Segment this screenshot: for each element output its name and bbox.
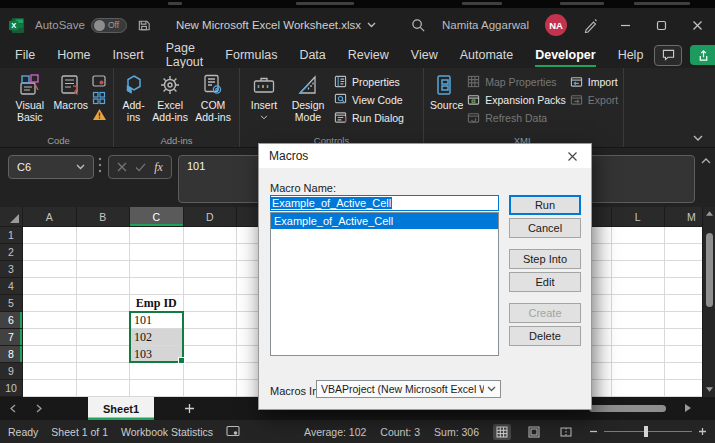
cell-C6[interactable]: 101 (130, 312, 184, 329)
scroll-down-icon[interactable] (706, 387, 713, 392)
step-into-button[interactable]: Step Into (509, 249, 581, 269)
cell-B9[interactable] (77, 363, 131, 380)
user-name[interactable]: Namita Aggarwal (442, 19, 529, 31)
row-header-7[interactable]: 7 (0, 329, 23, 346)
comments-button[interactable] (654, 45, 682, 66)
cell-A2[interactable] (23, 244, 77, 261)
cell-D4[interactable] (184, 278, 238, 295)
run-dialog-button[interactable]: Run Dialog (334, 110, 404, 125)
previous-sheet-icon[interactable] (0, 404, 26, 413)
cell-B2[interactable] (77, 244, 131, 261)
tab-automate[interactable]: Automate (449, 42, 525, 68)
edit-button[interactable]: Edit (509, 272, 581, 292)
macro-recording-icon[interactable] (226, 425, 240, 438)
row-header-8[interactable]: 8 (0, 346, 23, 363)
cell-L2[interactable] (612, 244, 666, 261)
cell-L7[interactable] (612, 329, 666, 346)
macro-security-warning-icon[interactable] (92, 108, 107, 121)
view-code-button[interactable]: View Code (334, 92, 404, 107)
insert-control-button[interactable]: Insert (246, 71, 282, 120)
minimize-button[interactable] (615, 15, 635, 35)
save-icon[interactable] (137, 18, 152, 33)
macro-list-item[interactable]: Example_of_Active_Cell (271, 213, 498, 229)
tab-home[interactable]: Home (46, 42, 101, 68)
ink-pen-icon[interactable] (583, 17, 599, 33)
column-header-D[interactable]: D (184, 207, 238, 227)
cell-B4[interactable] (77, 278, 131, 295)
row-header-4[interactable]: 4 (0, 278, 23, 295)
source-button[interactable]: Source (430, 71, 463, 112)
row-header-6[interactable]: 6 (0, 312, 23, 329)
collapse-ribbon-icon[interactable] (693, 135, 703, 141)
select-all-corner[interactable] (0, 207, 23, 227)
column-header-A[interactable]: A (23, 207, 77, 227)
import-button[interactable]: Import (570, 74, 618, 89)
macro-list[interactable]: Example_of_Active_Cell (270, 212, 499, 356)
tab-view[interactable]: View (400, 42, 449, 68)
name-box[interactable]: C6 (8, 155, 94, 179)
tab-formulas[interactable]: Formulas (214, 42, 288, 68)
new-sheet-button[interactable] (180, 403, 198, 414)
cell-C10[interactable] (130, 380, 184, 397)
macros-button[interactable]: Macros (54, 71, 88, 112)
row-header-3[interactable]: 3 (0, 261, 23, 278)
next-sheet-icon[interactable] (26, 404, 52, 413)
macros-in-dropdown[interactable]: VBAProject (New Microsoft Excel Workshee (316, 380, 501, 398)
close-button[interactable] (687, 15, 707, 35)
cell-D7[interactable] (184, 329, 238, 346)
cell-L4[interactable] (612, 278, 666, 295)
row-header-10[interactable]: 10 (0, 380, 23, 397)
cell-A1[interactable] (23, 227, 77, 244)
zoom-out-icon[interactable] (589, 427, 598, 436)
cell-B1[interactable] (77, 227, 131, 244)
cell-L5[interactable] (612, 295, 666, 312)
properties-button[interactable]: Properties (334, 74, 404, 89)
cell-L6[interactable] (612, 312, 666, 329)
cancel-icon[interactable] (117, 162, 127, 172)
visual-basic-button[interactable]: Visual Basic (10, 71, 50, 124)
tab-page-layout[interactable]: Page Layout (155, 42, 215, 68)
horizontal-scroll-thumb[interactable] (589, 405, 666, 412)
delete-button[interactable]: Delete (509, 326, 581, 346)
tab-review[interactable]: Review (337, 42, 400, 68)
drag-dots-icon[interactable] (98, 157, 102, 173)
cell-D6[interactable] (184, 312, 238, 329)
cell-B8[interactable] (77, 346, 131, 363)
column-header-L[interactable]: L (612, 207, 666, 227)
excel-app-icon[interactable]: X (8, 17, 25, 34)
cell-L10[interactable] (612, 380, 666, 397)
normal-view-button[interactable] (493, 424, 511, 440)
dialog-close-button[interactable] (563, 147, 581, 165)
column-header-B[interactable]: B (77, 207, 131, 227)
cell-A10[interactable] (23, 380, 77, 397)
cell-C7[interactable]: 102 (130, 329, 184, 346)
cell-D9[interactable] (184, 363, 238, 380)
cancel-button[interactable]: Cancel (509, 218, 581, 238)
vertical-scrollbar[interactable] (702, 207, 715, 397)
design-mode-button[interactable]: Design Mode (286, 71, 330, 124)
tab-data[interactable]: Data (288, 42, 336, 68)
page-layout-view-button[interactable] (525, 424, 543, 440)
tab-insert[interactable]: Insert (102, 42, 155, 68)
column-header-C[interactable]: C (130, 207, 184, 227)
page-break-preview-button[interactable] (557, 424, 575, 440)
avatar[interactable]: NA (545, 14, 567, 36)
cell-B3[interactable] (77, 261, 131, 278)
cell-D2[interactable] (184, 244, 238, 261)
row-header-5[interactable]: 5 (0, 295, 23, 312)
cell-C8[interactable]: 103 (130, 346, 184, 363)
cell-L1[interactable] (612, 227, 666, 244)
cell-B5[interactable] (77, 295, 131, 312)
cell-D1[interactable] (184, 227, 238, 244)
com-addins-button[interactable]: COM Add-ins (193, 71, 233, 124)
maximize-button[interactable] (651, 15, 671, 35)
cell-B7[interactable] (77, 329, 131, 346)
cell-C5[interactable]: Emp ID (130, 295, 184, 312)
run-button[interactable]: Run (509, 195, 581, 215)
vertical-scroll-thumb[interactable] (706, 233, 713, 307)
cell-A4[interactable] (23, 278, 77, 295)
cell-C9[interactable] (130, 363, 184, 380)
zoom-in-icon[interactable] (698, 427, 707, 436)
excel-addins-button[interactable]: Excel Add-ins (151, 71, 189, 124)
zoom-track[interactable] (604, 431, 692, 432)
